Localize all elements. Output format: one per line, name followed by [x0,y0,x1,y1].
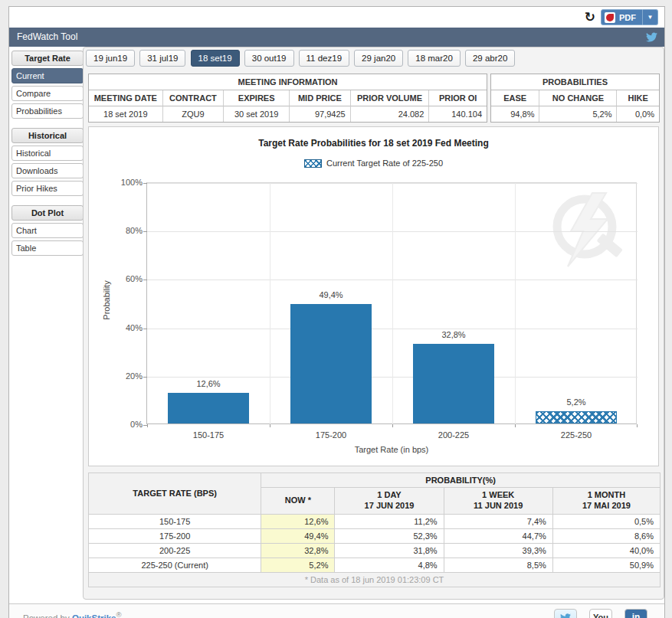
bar-175-200 [290,304,372,423]
sidebar: Target Rate Current Compare Probabilitie… [11,51,84,258]
meeting-information-title: MEETING INFORMATION [89,74,487,90]
tab-29abr20[interactable]: 29 abr20 [465,50,515,67]
sidebar-item-downloads[interactable]: Downloads [11,163,84,178]
now-value: 5,2% [261,558,335,572]
col-header-contract: CONTRACT [163,90,225,106]
youtube-icon[interactable]: You [589,609,612,618]
col-header-prior-oi: PRIOR OI [429,90,487,106]
probability-group-header: PROBABILITY(%) [261,473,661,488]
x-tick-label: 175-200 [270,430,392,440]
tab-18set19[interactable]: 18 set19 [191,50,240,67]
y-tick-label: 100% [112,178,143,187]
week-value: 7,4% [444,514,552,528]
sidebar-item-historical[interactable]: Historical [11,146,84,161]
y-tick-mark [143,231,147,232]
legend-hatch-swatch [304,159,322,168]
y-tick-label: 40% [112,323,143,332]
legend-label: Current Target Rate of 225-250 [326,159,443,168]
titlebar: FedWatch Tool [9,28,664,47]
fedwatch-page: ↻ PDF ▼ FedWatch Tool Target Rate Curren… [8,6,665,618]
sidebar-header-dot-plot[interactable]: Dot Plot [11,205,84,221]
y-tick-mark [143,377,147,378]
top-toolbar: ↻ PDF ▼ [9,7,664,28]
table-row: 175-200 49,4% 52,3% 44,7% 8,6% [89,528,661,543]
sidebar-item-current[interactable]: Current [11,68,84,83]
col-header-meeting-date: MEETING DATE [89,90,163,106]
refresh-icon[interactable]: ↻ [585,10,595,25]
meeting-tabs: 19 jun19 31 jul19 18 set19 30 out19 11 d… [84,47,664,70]
col-header-mid-price: MID PRICE [290,90,351,106]
probabilities-title: PROBABILITIES [491,74,659,90]
col-header-expires: EXPIRES [224,90,290,106]
y-tick-label: 20% [112,371,143,381]
y-tick-mark [143,280,147,280]
tab-11dez19[interactable]: 11 dez19 [299,50,349,67]
sidebar-header-historical[interactable]: Historical [11,128,84,143]
now-value: 49,4% [261,528,335,543]
day-value: 11,2% [335,514,444,528]
v-gridline [392,183,393,425]
quikstrike-link[interactable]: QuikStrike [72,613,116,618]
x-tick-label: 200-225 [392,430,515,440]
row-label: 150-175 [89,514,261,528]
x-tick-label: 225-250 [515,430,638,440]
chart-title: Target Rate Probabilities for 18 set 201… [89,138,658,149]
bar-200-225 [413,344,494,423]
sidebar-item-probabilities[interactable]: Probabilities [11,103,84,119]
col-header-hike: HIKE [617,90,659,106]
mid-price-value: 97,9425 [290,106,351,122]
twitter-bird-icon [559,613,572,618]
week-value: 39,3% [444,543,552,558]
pdf-button[interactable]: PDF [601,9,643,25]
day-value: 31,8% [335,543,444,558]
sidebar-item-prior-hikes[interactable]: Prior Hikes [11,181,84,196]
pdf-file-icon [605,12,615,23]
chart-legend[interactable]: Current Target Rate of 225-250 [89,159,658,168]
no-change-value: 5,2% [539,106,617,122]
data-as-of-note: * Data as of 18 jun 2019 01:23:09 CT [89,572,661,587]
month-value: 8,6% [552,528,660,543]
y-tick-mark [143,183,147,184]
bar-value-label: 5,2% [515,397,638,407]
y-tick-label: 0% [112,420,143,429]
month-value: 50,9% [552,558,660,572]
col-header-prior-volume: PRIOR VOLUME [351,90,430,106]
tab-31jul19[interactable]: 31 jul19 [139,50,185,67]
x-tick-mark [637,424,638,427]
pdf-dropdown-button[interactable]: ▼ [643,9,658,25]
x-tick-mark [515,424,516,427]
bar-150-175 [168,393,249,423]
x-tick-mark [147,424,148,427]
sidebar-item-compare[interactable]: Compare [11,86,84,101]
tab-19jun19[interactable]: 19 jun19 [86,50,135,67]
twitter-icon[interactable] [645,31,658,43]
prior-oi-value: 140.104 [429,106,487,122]
sidebar-header-target-rate[interactable]: Target Rate [11,51,84,66]
month-value: 40,0% [552,543,660,558]
bar-value-label: 12,6% [147,379,270,388]
table-row: 200-225 32,8% 31,8% 39,3% 40,0% [89,543,661,558]
table-row: 225-250 (Current) 5,2% 4,8% 8,5% 50,9% [89,558,661,572]
probabilities-summary-table: PROBABILITIES EASE NO CHANGE HIKE 94,8% … [490,74,660,123]
twitter-social-icon[interactable] [554,609,577,618]
tab-30out19[interactable]: 30 out19 [244,50,294,67]
col-header-1-month: 1 MONTH17 MAI 2019 [552,488,660,515]
caret-down-icon: ▼ [647,14,654,21]
row-label: 175-200 [89,528,261,543]
contract-value: ZQU9 [163,106,225,122]
tab-18mar20[interactable]: 18 mar20 [408,50,461,67]
col-header-1-week: 1 WEEK11 JUN 2019 [444,488,552,515]
sidebar-item-chart[interactable]: Chart [11,223,84,238]
y-tick-mark [143,329,147,329]
pdf-button-label: PDF [619,13,636,22]
now-value: 12,6% [261,514,335,528]
table-row: 150-175 12,6% 11,2% 7,4% 0,5% [89,514,661,528]
y-tick-label: 80% [112,226,143,235]
v-gridline [515,183,516,425]
page-title: FedWatch Tool [17,31,77,42]
sidebar-item-table[interactable]: Table [11,240,84,256]
day-value: 52,3% [335,528,444,543]
tab-29jan20[interactable]: 29 jan20 [354,50,403,67]
linkedin-icon[interactable]: in [624,609,647,618]
main-panel: 19 jun19 31 jul19 18 set19 30 out19 11 d… [83,47,664,600]
